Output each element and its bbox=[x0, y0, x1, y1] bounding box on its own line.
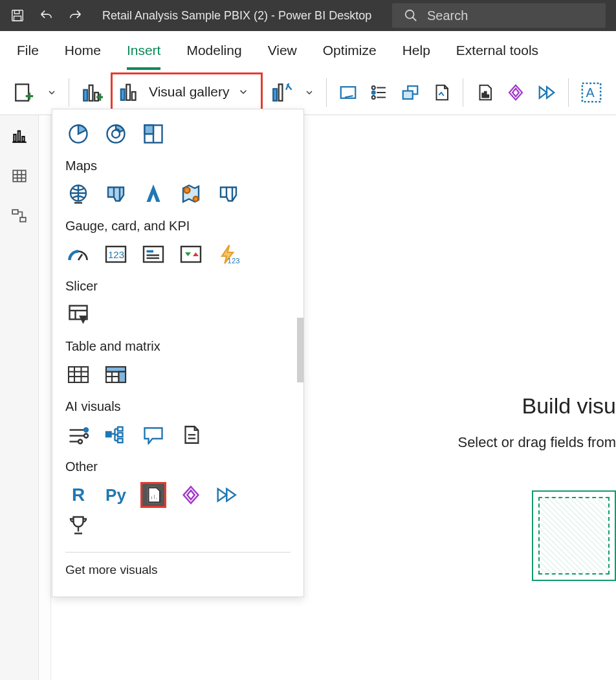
text-box-button[interactable] bbox=[335, 80, 362, 105]
shape-map-icon[interactable] bbox=[215, 181, 241, 207]
map-globe-icon[interactable] bbox=[65, 181, 91, 207]
power-apps-visual-icon[interactable] bbox=[178, 482, 204, 508]
treemap-icon[interactable] bbox=[140, 121, 166, 147]
chevron-down-icon[interactable] bbox=[43, 85, 61, 100]
chevron-down-icon[interactable] bbox=[300, 85, 318, 100]
paginated-report-button[interactable] bbox=[471, 80, 498, 105]
pie-chart-icon[interactable] bbox=[65, 121, 91, 147]
buttons-button[interactable] bbox=[366, 80, 393, 105]
multi-row-card-icon[interactable] bbox=[140, 241, 166, 267]
svg-rect-28 bbox=[14, 135, 16, 142]
paginated-report-visual-icon[interactable] bbox=[140, 482, 166, 508]
svg-point-47 bbox=[184, 188, 190, 193]
svg-text:123: 123 bbox=[108, 249, 124, 260]
new-visual-button[interactable] bbox=[77, 79, 107, 106]
arcgis-map-icon[interactable] bbox=[178, 181, 204, 207]
ribbon-divider bbox=[463, 78, 463, 107]
svg-point-15 bbox=[371, 86, 375, 89]
search-placeholder: Search bbox=[427, 8, 468, 23]
svg-rect-2 bbox=[14, 16, 21, 21]
svg-point-19 bbox=[371, 96, 375, 99]
smart-narrative-icon[interactable] bbox=[178, 422, 204, 448]
power-apps-button[interactable] bbox=[502, 80, 529, 105]
section-ai: AI visuals bbox=[65, 399, 291, 414]
more-visuals-button[interactable] bbox=[267, 79, 296, 106]
search-icon bbox=[404, 8, 418, 23]
svg-line-4 bbox=[413, 17, 417, 21]
table-icon[interactable] bbox=[65, 362, 91, 388]
decomposition-tree-icon[interactable] bbox=[103, 422, 129, 448]
azure-map-icon[interactable] bbox=[140, 181, 166, 207]
title-bar: Retail Analysis Sample PBIX (2) - Power … bbox=[0, 0, 616, 31]
menu-file[interactable]: File bbox=[17, 43, 39, 58]
save-icon[interactable] bbox=[10, 8, 25, 23]
menu-insert[interactable]: Insert bbox=[127, 43, 161, 58]
svg-point-48 bbox=[193, 197, 199, 202]
svg-rect-30 bbox=[22, 137, 24, 142]
svg-rect-79 bbox=[106, 432, 111, 437]
svg-point-3 bbox=[406, 10, 414, 19]
svg-rect-25 bbox=[487, 94, 489, 97]
gauge-icon[interactable] bbox=[65, 241, 91, 267]
report-view-button[interactable] bbox=[8, 124, 31, 148]
ribbon-divider bbox=[568, 78, 569, 107]
search-box[interactable]: Search bbox=[392, 3, 606, 28]
menu-help[interactable]: Help bbox=[402, 43, 430, 58]
new-card-icon[interactable]: 123 bbox=[215, 241, 241, 267]
shapes-button[interactable] bbox=[397, 80, 424, 105]
data-view-button[interactable] bbox=[8, 164, 31, 188]
svg-rect-86 bbox=[153, 494, 155, 500]
image-button[interactable] bbox=[428, 80, 455, 105]
svg-rect-5 bbox=[16, 84, 28, 101]
model-view-button[interactable] bbox=[8, 204, 31, 228]
svg-rect-13 bbox=[278, 84, 282, 101]
key-influencers-icon[interactable] bbox=[65, 422, 91, 448]
visual-gallery-button[interactable]: Visual gallery bbox=[111, 72, 263, 111]
sparkline-button[interactable]: A bbox=[577, 79, 606, 106]
svg-rect-87 bbox=[156, 498, 158, 500]
svg-rect-38 bbox=[20, 217, 26, 222]
svg-point-76 bbox=[84, 434, 88, 438]
slicer-icon[interactable] bbox=[65, 302, 91, 327]
svg-rect-72 bbox=[119, 372, 126, 383]
svg-point-78 bbox=[78, 440, 82, 444]
svg-rect-71 bbox=[106, 367, 126, 372]
visual-gallery-label: Visual gallery bbox=[149, 84, 230, 100]
section-slicer: Slicer bbox=[65, 279, 291, 294]
chevron-down-icon bbox=[237, 86, 249, 98]
svg-text:123: 123 bbox=[228, 257, 240, 265]
menu-modeling[interactable]: Modeling bbox=[186, 43, 241, 58]
dropdown-divider bbox=[65, 552, 291, 553]
qa-icon[interactable] bbox=[140, 422, 166, 448]
svg-rect-11 bbox=[132, 92, 136, 100]
goals-icon[interactable] bbox=[65, 512, 91, 538]
menu-home[interactable]: Home bbox=[65, 43, 101, 58]
redo-icon[interactable] bbox=[67, 8, 84, 23]
filled-map-icon[interactable] bbox=[103, 181, 129, 207]
donut-chart-icon[interactable] bbox=[103, 121, 129, 147]
menu-external-tools[interactable]: External tools bbox=[456, 43, 538, 58]
card-icon[interactable]: 123 bbox=[103, 241, 129, 267]
svg-line-49 bbox=[78, 254, 82, 260]
power-automate-button[interactable] bbox=[533, 80, 560, 105]
power-automate-visual-icon[interactable] bbox=[215, 482, 241, 508]
section-other: Other bbox=[65, 459, 291, 474]
scrollbar[interactable] bbox=[297, 318, 303, 382]
kpi-icon[interactable] bbox=[178, 241, 204, 267]
ribbon-divider bbox=[326, 78, 327, 107]
python-visual-icon[interactable]: Py bbox=[103, 482, 129, 508]
menu-optimize[interactable]: Optimize bbox=[323, 43, 377, 58]
svg-point-17 bbox=[371, 91, 375, 94]
r-visual-icon[interactable]: R bbox=[65, 482, 91, 508]
visual-placeholder-inner bbox=[538, 497, 610, 575]
get-more-visuals[interactable]: Get more visuals bbox=[65, 563, 291, 577]
svg-rect-29 bbox=[17, 131, 19, 141]
svg-rect-10 bbox=[126, 84, 130, 100]
matrix-icon[interactable] bbox=[103, 362, 129, 388]
menu-view[interactable]: View bbox=[268, 43, 297, 58]
window-title: Retail Analysis Sample PBIX (2) - Power … bbox=[102, 9, 392, 23]
undo-icon[interactable] bbox=[38, 8, 54, 23]
svg-point-41 bbox=[112, 130, 120, 138]
visual-placeholder[interactable] bbox=[532, 490, 616, 581]
new-page-button[interactable] bbox=[9, 79, 39, 106]
